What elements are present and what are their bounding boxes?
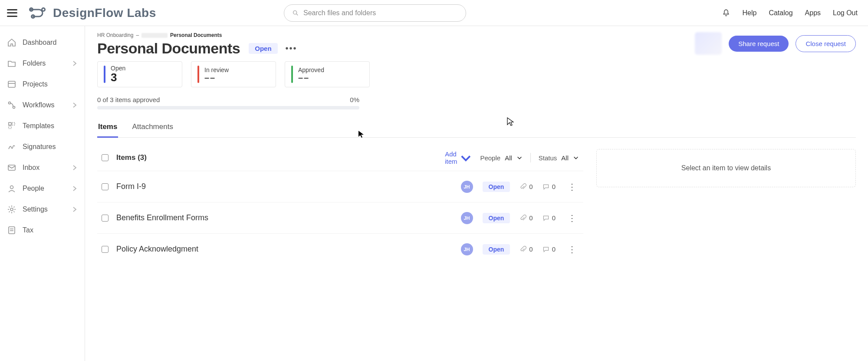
- notifications-icon[interactable]: [722, 9, 730, 17]
- svg-line-4: [296, 14, 298, 15]
- comment-icon: [542, 183, 549, 190]
- tax-icon: [7, 225, 16, 235]
- paperclip-icon: [519, 215, 526, 222]
- item-checkbox[interactable]: [102, 183, 108, 190]
- attachments-count[interactable]: 0: [519, 245, 533, 253]
- item-checkbox[interactable]: [102, 215, 108, 222]
- item-overflow-button[interactable]: ⋮: [565, 213, 579, 223]
- status-filter[interactable]: Status All: [539, 154, 579, 162]
- apps-link[interactable]: Apps: [805, 9, 821, 17]
- tab-items[interactable]: Items: [97, 120, 118, 138]
- item-name: Form I-9: [116, 182, 146, 191]
- svg-point-7: [9, 102, 11, 104]
- status-card-in-review[interactable]: In review––: [191, 61, 276, 87]
- page-title: Personal Documents: [97, 40, 240, 57]
- status-card-value: ––: [204, 73, 229, 83]
- chevron-right-icon: [72, 102, 78, 108]
- add-item-button[interactable]: Add item: [445, 150, 472, 165]
- tab-attachments[interactable]: Attachments: [131, 120, 174, 137]
- detail-panel-text: Select an item to view details: [681, 164, 771, 172]
- people-filter-value: All: [505, 154, 512, 162]
- catalog-link[interactable]: Catalog: [769, 9, 792, 17]
- items-header: Items (3) Add item People All: [97, 149, 583, 166]
- people-filter[interactable]: People All: [480, 154, 522, 162]
- add-item-label: Add item: [445, 150, 457, 165]
- attachments-count[interactable]: 0: [519, 183, 533, 190]
- page-status-badge: Open: [249, 43, 277, 54]
- page-overflow-button[interactable]: •••: [286, 43, 297, 53]
- breadcrumb-current: Personal Documents: [170, 32, 222, 38]
- chevron-right-icon: [72, 185, 78, 192]
- item-status-badge: Open: [483, 213, 510, 223]
- assignee-avatar[interactable]: JH: [461, 181, 473, 193]
- people-icon: [7, 184, 16, 193]
- sidebar-item-workflows[interactable]: Workflows: [0, 95, 85, 116]
- comments-count[interactable]: 0: [542, 245, 556, 253]
- logout-link[interactable]: Log Out: [833, 9, 858, 17]
- sidebar-item-dashboard[interactable]: Dashboard: [0, 32, 85, 53]
- signatures-icon: [7, 142, 16, 152]
- select-all-checkbox[interactable]: [102, 154, 108, 161]
- hamburger-menu-icon[interactable]: [7, 8, 17, 18]
- item-overflow-button[interactable]: ⋮: [565, 244, 579, 255]
- collaborator-avatar[interactable]: [695, 32, 722, 55]
- svg-point-2: [42, 8, 45, 11]
- header-right: Help Catalog Apps Log Out: [722, 9, 861, 17]
- svg-point-3: [293, 10, 297, 14]
- item-row[interactable]: Benefits Enrollment FormsJHOpen00⋮: [97, 202, 583, 233]
- templates-icon: [7, 121, 16, 131]
- help-link[interactable]: Help: [743, 9, 757, 17]
- item-status-badge: Open: [483, 182, 510, 192]
- share-request-button[interactable]: Share request: [729, 36, 789, 52]
- search-input[interactable]: Search files and folders: [284, 4, 466, 22]
- item-status-badge: Open: [483, 244, 510, 255]
- comment-icon: [542, 246, 549, 253]
- item-overflow-button[interactable]: ⋮: [565, 182, 579, 192]
- item-checkbox[interactable]: [102, 246, 108, 253]
- assignee-avatar[interactable]: JH: [461, 212, 473, 224]
- sidebar-item-inbox[interactable]: Inbox: [0, 157, 85, 178]
- sidebar-item-projects[interactable]: Projects: [0, 74, 85, 95]
- status-card-open[interactable]: Open3: [97, 61, 182, 87]
- item-row[interactable]: Form I-9JHOpen00⋮: [97, 171, 583, 202]
- chevron-down-icon: [459, 151, 473, 165]
- status-card-value: ––: [298, 73, 324, 83]
- status-filter-label: Status: [539, 154, 557, 162]
- brand-name: DesignFlow Labs: [53, 6, 156, 20]
- comments-count[interactable]: 0: [542, 214, 556, 222]
- close-request-button[interactable]: Close request: [796, 35, 856, 52]
- content: HR Onboarding – Personal Documents Perso…: [85, 26, 868, 361]
- breadcrumb-root[interactable]: HR Onboarding: [97, 32, 133, 38]
- sidebar-item-templates[interactable]: Templates: [0, 116, 85, 136]
- workflows-icon: [7, 100, 16, 110]
- comments-count[interactable]: 0: [542, 183, 556, 190]
- sidebar-item-label: Inbox: [23, 164, 39, 172]
- progress-bar: [97, 106, 359, 109]
- sidebar-item-signatures[interactable]: Signatures: [0, 136, 85, 157]
- projects-icon: [7, 79, 16, 89]
- progress-text: 0 of 3 items approved: [97, 96, 160, 103]
- item-row[interactable]: Policy AcknowledgmentJHOpen00⋮: [97, 233, 583, 265]
- status-card-approved[interactable]: Approved––: [285, 61, 370, 87]
- svg-rect-15: [9, 227, 15, 234]
- status-cards: Open3In review––Approved––: [97, 61, 856, 87]
- svg-rect-5: [8, 81, 15, 87]
- inbox-icon: [7, 163, 16, 172]
- sidebar-item-people[interactable]: People: [0, 178, 85, 199]
- sidebar-item-label: Tax: [23, 226, 33, 234]
- breadcrumb-redacted: [141, 33, 168, 38]
- settings-icon: [7, 205, 16, 214]
- sidebar-item-tax[interactable]: Tax: [0, 220, 85, 241]
- dashboard-icon: [7, 38, 16, 47]
- breadcrumb-sep: –: [136, 32, 139, 38]
- chevron-right-icon: [72, 165, 78, 171]
- sidebar-item-folders[interactable]: Folders: [0, 53, 85, 74]
- attachments-count[interactable]: 0: [519, 214, 533, 222]
- people-filter-label: People: [480, 154, 500, 162]
- assignee-avatar[interactable]: JH: [461, 243, 473, 255]
- sidebar-item-settings[interactable]: Settings: [0, 199, 85, 220]
- sidebar-item-label: Settings: [23, 205, 48, 213]
- status-bar: [104, 66, 105, 83]
- svg-point-14: [10, 208, 13, 211]
- status-card-value: 3: [111, 71, 125, 84]
